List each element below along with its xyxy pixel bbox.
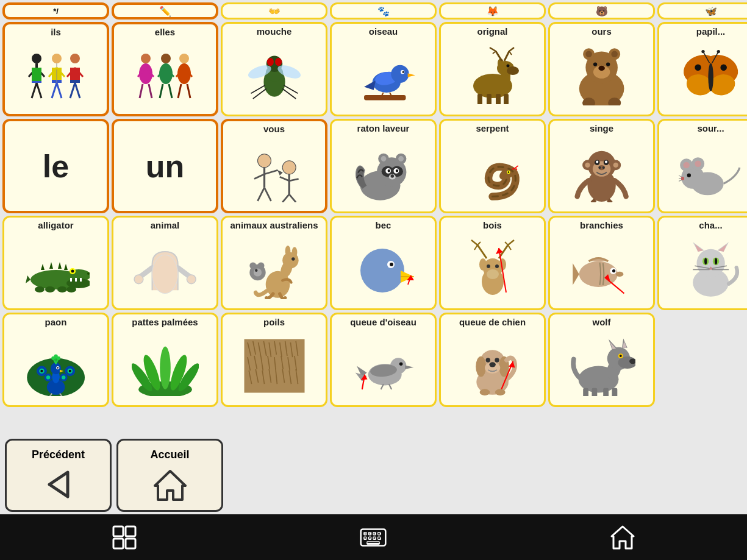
card-chat[interactable]: cha... (657, 216, 747, 310)
svg-line-73 (490, 48, 496, 51)
svg-line-40 (187, 84, 190, 98)
card-bois[interactable]: bois (439, 216, 546, 310)
svg-point-124 (390, 174, 394, 178)
top-card-0[interactable]: */ (2, 2, 109, 19)
svg-line-106 (264, 188, 271, 201)
taskbar-grid-button[interactable] (111, 524, 138, 551)
card-animaux-australiens[interactable]: animaux australiens (221, 216, 327, 310)
svg-point-190 (255, 269, 257, 272)
svg-rect-165 (70, 278, 72, 282)
card-paon[interactable]: paon (2, 313, 109, 407)
svg-marker-173 (41, 264, 45, 270)
svg-point-319 (479, 389, 490, 395)
svg-point-253 (51, 364, 61, 374)
top-card-1[interactable]: ✏️ (112, 2, 218, 19)
svg-point-141 (596, 160, 598, 163)
svg-point-259 (57, 356, 60, 360)
svg-point-69 (507, 66, 519, 75)
svg-point-0 (32, 54, 41, 63)
card-alligator[interactable]: alligator (2, 216, 109, 310)
accueil-button[interactable]: Accueil (116, 439, 223, 512)
svg-point-145 (602, 166, 605, 168)
svg-point-94 (695, 64, 701, 71)
svg-line-105 (257, 188, 264, 201)
card-souris[interactable]: sour... (657, 119, 747, 213)
top-card-5[interactable]: 🐻 (548, 2, 655, 19)
top-card-4[interactable]: 🦊 (439, 2, 546, 19)
svg-line-50 (284, 85, 298, 93)
svg-point-101 (257, 154, 271, 168)
card-wolf[interactable]: wolf (548, 313, 655, 407)
svg-line-33 (160, 84, 163, 98)
svg-point-314 (489, 362, 496, 367)
svg-point-223 (696, 249, 724, 277)
card-pattes-palmees[interactable]: pattes palmées (112, 313, 218, 407)
svg-point-250 (62, 375, 65, 379)
svg-point-83 (611, 51, 618, 57)
svg-point-56 (391, 65, 409, 82)
svg-line-112 (289, 194, 296, 202)
taskbar (0, 514, 747, 560)
svg-point-218 (612, 269, 615, 272)
top-card-6[interactable]: 🦋 (657, 2, 747, 19)
card-queue-oiseau[interactable]: queue d'oiseau (330, 313, 437, 407)
card-orignal[interactable]: orignal (439, 22, 546, 116)
taskbar-home-button[interactable] (609, 524, 636, 551)
svg-line-110 (289, 179, 298, 181)
svg-point-315 (485, 358, 490, 362)
accueil-label: Accueil (150, 448, 189, 461)
svg-line-48 (251, 85, 265, 93)
card-serpent[interactable]: serpent (439, 119, 546, 213)
svg-rect-358 (369, 537, 371, 539)
svg-point-153 (695, 160, 701, 167)
svg-rect-167 (80, 278, 82, 282)
svg-point-154 (687, 173, 691, 177)
card-bec[interactable]: bec (330, 216, 437, 310)
svg-point-45 (275, 58, 282, 66)
svg-point-98 (701, 49, 704, 52)
card-queue-chien[interactable]: queue de chien (439, 313, 546, 407)
svg-line-306 (388, 384, 391, 389)
svg-point-187 (249, 263, 256, 269)
svg-rect-65 (496, 94, 501, 104)
taskbar-keyboard-button[interactable] (360, 524, 387, 551)
card-poils[interactable]: poils (221, 313, 327, 407)
card-raton-laveur[interactable]: raton laveur (330, 119, 437, 213)
card-vous[interactable]: vous (221, 119, 327, 213)
svg-point-138 (613, 162, 618, 167)
card-empty-7 (657, 313, 747, 407)
card-singe[interactable]: singe (548, 119, 655, 213)
svg-point-179 (152, 255, 177, 293)
top-card-2[interactable]: 👐 (221, 2, 327, 19)
card-le[interactable]: le (2, 119, 109, 213)
top-card-3[interactable]: 🐾 (330, 2, 437, 19)
svg-point-170 (45, 286, 55, 292)
svg-marker-336 (49, 472, 68, 497)
card-branchies[interactable]: branchies (548, 216, 655, 310)
svg-point-202 (487, 269, 499, 279)
svg-point-16 (70, 54, 80, 63)
svg-point-59 (402, 71, 404, 73)
card-ils[interactable]: ils (2, 22, 109, 116)
svg-line-51 (282, 89, 296, 99)
card-papillon[interactable]: papil... (657, 22, 747, 116)
card-un[interactable]: un (112, 119, 218, 213)
svg-marker-216 (573, 263, 579, 285)
svg-point-248 (46, 375, 50, 379)
svg-point-200 (479, 258, 487, 271)
svg-point-137 (585, 162, 590, 167)
svg-rect-340 (126, 526, 135, 536)
card-animal[interactable]: animal (112, 216, 218, 310)
card-oiseau[interactable]: oiseau (330, 22, 437, 116)
back-icon (40, 466, 77, 503)
svg-point-44 (266, 58, 273, 66)
row2: le un vous (2, 119, 745, 213)
card-mouche[interactable]: mouche (221, 22, 327, 116)
card-ours[interactable]: ours (548, 22, 655, 116)
svg-point-144 (598, 166, 601, 168)
precedent-button[interactable]: Précédent (5, 439, 112, 512)
svg-line-77 (509, 51, 512, 55)
card-elles[interactable]: elles (112, 22, 218, 116)
svg-point-96 (708, 63, 713, 91)
svg-rect-342 (126, 539, 135, 548)
